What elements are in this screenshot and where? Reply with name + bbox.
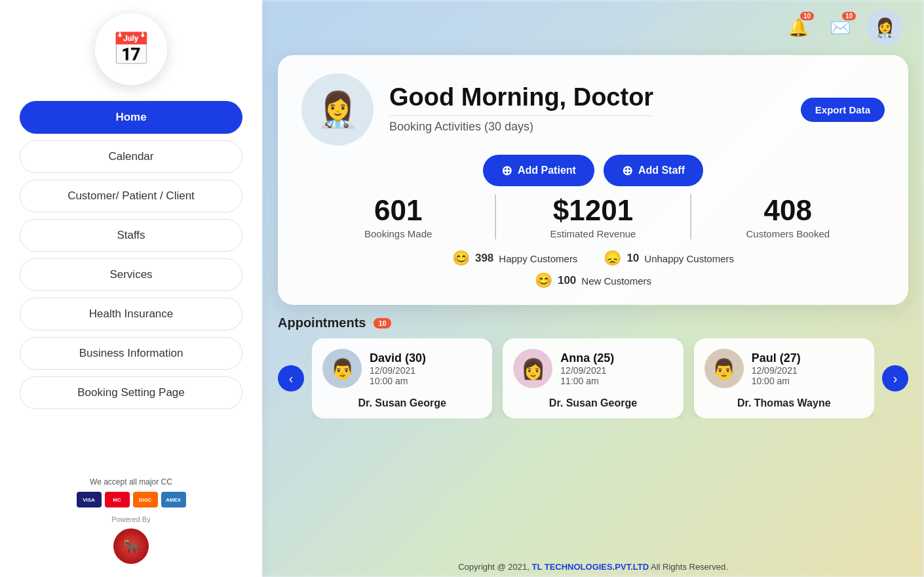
- powered-logo: 🐂: [113, 528, 149, 564]
- bell-icon: 🔔: [788, 18, 809, 38]
- appt-avatar-icon-0: 👨: [330, 357, 355, 380]
- main-area: 🔔 10 ✉️ 10 👩‍⚕️ 👩‍⚕️ Good Mornin: [262, 0, 924, 577]
- add-staff-label: Add Staff: [638, 165, 685, 176]
- sidebar-item-services[interactable]: Services: [20, 258, 242, 291]
- appt-date-0: 12/09/2021: [370, 365, 482, 376]
- appointments-section: Appointments 10 ‹ 👨 David (30) 1: [262, 315, 924, 555]
- appt-card-top-1: 👩 Anna (25) 12/09/2021 11:00 am: [513, 349, 672, 388]
- footer-copyright: Copyright @ 2021,: [458, 562, 529, 572]
- bell-badge: 10: [800, 12, 814, 20]
- unhappy-count: 10: [626, 252, 639, 265]
- visa-icon: VISA: [77, 492, 102, 507]
- powered-by-label: Powered By: [111, 515, 150, 523]
- appt-avatar-icon-2: 👨: [712, 357, 736, 380]
- appt-avatar-2: 👨: [704, 349, 744, 388]
- new-emoji: 😊: [535, 272, 552, 289]
- cc-cards: VISA MC DISC AMEX: [77, 492, 186, 507]
- card-top: 👩‍⚕️ Good Morning, Doctor Booking Activi…: [301, 73, 885, 146]
- appt-avatar-1: 👩: [513, 349, 552, 388]
- appt-time-1: 11:00 am: [560, 376, 672, 386]
- appt-time-0: 10:00 am: [370, 376, 482, 386]
- logo-circle: 📅: [95, 13, 167, 85]
- appointments-header: Appointments 10: [278, 315, 908, 330]
- header-row: Good Morning, Doctor Booking Activities …: [389, 83, 885, 136]
- appt-avatar-icon-1: 👩: [521, 357, 545, 380]
- sidebar-item-calendar[interactable]: Calendar: [20, 140, 242, 173]
- happy-emoji: 😊: [452, 250, 470, 267]
- appointments-list: 👨 David (30) 12/09/2021 10:00 am Dr. Sus…: [312, 338, 874, 418]
- greeting-text: Good Morning, Doctor: [389, 83, 653, 111]
- appt-info-0: David (30) 12/09/2021 10:00 am: [370, 351, 482, 386]
- main-card: 👩‍⚕️ Good Morning, Doctor Booking Activi…: [278, 55, 908, 305]
- happy-label: Happy Customers: [499, 253, 577, 264]
- doctor-avatar-icon: 👩‍⚕️: [317, 90, 359, 130]
- export-data-button[interactable]: Export Data: [801, 98, 885, 122]
- discover-icon: DISC: [133, 492, 158, 507]
- sidebar-item-customer[interactable]: Customer/ Patient / Client: [20, 180, 242, 212]
- appt-name-2: Paul (27): [752, 351, 864, 365]
- top-bar: 🔔 10 ✉️ 10 👩‍⚕️: [262, 0, 924, 55]
- main-content: 🔔 10 ✉️ 10 👩‍⚕️ 👩‍⚕️ Good Mornin: [262, 0, 924, 577]
- unhappy-emoji: 😞: [604, 250, 621, 267]
- avatar-icon: 👩‍⚕️: [874, 17, 896, 39]
- notification-button[interactable]: 🔔 10: [782, 12, 814, 43]
- carousel-next-button[interactable]: ›: [882, 365, 908, 391]
- appt-card-top-2: 👨 Paul (27) 12/09/2021 10:00 am: [704, 349, 864, 388]
- unhappy-label: Unhappy Customers: [644, 253, 734, 264]
- card-header: Good Morning, Doctor Booking Activities …: [389, 83, 885, 136]
- customer-satisfaction-row: 😊 398 Happy Customers 😞 10 Unhappy Custo…: [301, 250, 885, 267]
- plus-icon-patient: ⊕: [501, 163, 512, 178]
- appt-date-1: 12/09/2021: [560, 365, 672, 376]
- sidebar-item-business-info[interactable]: Business Information: [20, 337, 242, 370]
- sidebar-footer: We accept all major CC VISA MC DISC AMEX…: [20, 477, 242, 564]
- add-patient-button[interactable]: ⊕ Add Patient: [483, 155, 594, 186]
- mail-icon: ✉️: [830, 18, 851, 38]
- sidebar-item-booking-setting[interactable]: Booking Setting Page: [20, 376, 242, 409]
- booking-activities-text: Booking Activities (30 days): [389, 120, 653, 134]
- stat-customers: 408 Customers Booked: [691, 194, 885, 239]
- appt-date-2: 12/09/2021: [752, 365, 864, 376]
- mail-button[interactable]: ✉️ 10: [824, 12, 856, 43]
- stat-bookings: 601 Bookings Made: [301, 194, 496, 239]
- appt-avatar-0: 👨: [322, 349, 362, 388]
- appt-name-1: Anna (25): [560, 351, 672, 365]
- appt-card-top-0: 👨 David (30) 12/09/2021 10:00 am: [322, 349, 482, 388]
- unhappy-customers: 😞 10 Unhappy Customers: [604, 250, 734, 267]
- stat-bookings-number: 601: [315, 194, 482, 227]
- appointment-card-1: 👩 Anna (25) 12/09/2021 11:00 am Dr. Susa…: [503, 338, 683, 418]
- appt-info-2: Paul (27) 12/09/2021 10:00 am: [752, 351, 864, 386]
- stat-revenue-label: Estimated Revenue: [509, 228, 676, 239]
- appointment-card-2: 👨 Paul (27) 12/09/2021 10:00 am Dr. Thom…: [694, 338, 874, 418]
- mail-badge: 10: [842, 12, 856, 20]
- happy-customers: 😊 398 Happy Customers: [452, 250, 577, 267]
- action-buttons: ⊕ Add Patient ⊕ Add Staff: [301, 155, 885, 186]
- add-staff-button[interactable]: ⊕ Add Staff: [604, 155, 703, 186]
- happy-count: 398: [475, 252, 493, 265]
- stat-bookings-label: Bookings Made: [315, 228, 482, 239]
- new-count: 100: [558, 274, 576, 287]
- sidebar-item-home[interactable]: Home: [20, 101, 242, 134]
- sidebar: 📅 Home Calendar Customer/ Patient / Clie…: [0, 0, 262, 577]
- new-customers-row: 😊 100 New Customers: [301, 272, 885, 289]
- stat-revenue: $1201 Estimated Revenue: [496, 194, 691, 239]
- stats-row: 601 Bookings Made $1201 Estimated Revenu…: [301, 194, 885, 239]
- stat-revenue-number: $1201: [509, 194, 676, 227]
- greeting-divider: [389, 115, 653, 116]
- appt-doctor-0: Dr. Susan George: [358, 397, 446, 409]
- new-label: New Customers: [581, 275, 651, 287]
- sidebar-item-staffs[interactable]: Staffs: [20, 219, 242, 252]
- sidebar-item-health-insurance[interactable]: Health Insurance: [20, 298, 242, 330]
- appointments-badge: 10: [374, 318, 391, 328]
- appt-info-1: Anna (25) 12/09/2021 11:00 am: [560, 351, 672, 386]
- appointment-card-0: 👨 David (30) 12/09/2021 10:00 am Dr. Sus…: [312, 338, 492, 418]
- logo-icon: 📅: [111, 31, 151, 68]
- plus-icon-staff: ⊕: [622, 163, 633, 178]
- carousel-prev-button[interactable]: ‹: [278, 365, 304, 391]
- footer-company-link[interactable]: TL TECHNOLOGIES.PVT.LTD: [531, 562, 649, 572]
- nav-items: Home Calendar Customer/ Patient / Client…: [20, 101, 242, 409]
- user-avatar[interactable]: 👩‍⚕️: [866, 9, 903, 46]
- cc-label: We accept all major CC: [90, 477, 172, 487]
- appt-doctor-1: Dr. Susan George: [549, 397, 637, 409]
- appt-time-2: 10:00 am: [752, 376, 864, 386]
- mastercard-icon: MC: [105, 492, 130, 507]
